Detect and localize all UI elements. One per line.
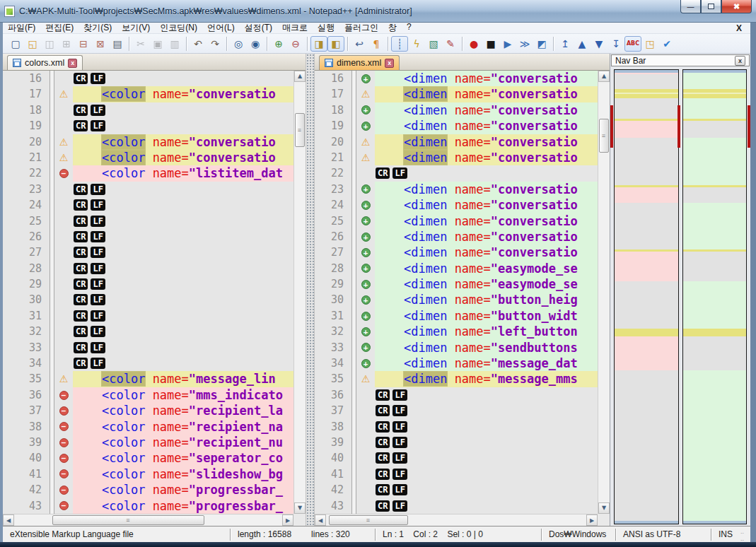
line-text[interactable]: CRLF xyxy=(73,324,293,339)
menu-item-e[interactable]: 편집(E) xyxy=(40,22,78,34)
editor-line[interactable]: 34CRLF xyxy=(3,355,293,371)
line-text[interactable]: CRLF xyxy=(73,102,293,118)
line-text[interactable]: CRLF xyxy=(73,245,293,260)
editor-line[interactable]: 17⚠ <color name="conversatio xyxy=(3,86,293,102)
menu-item-?[interactable]: ? xyxy=(402,22,417,34)
line-text[interactable]: <dimen name="conversatio xyxy=(375,150,598,165)
editor-line[interactable]: 33CRLF xyxy=(3,340,293,355)
plugin-link-button[interactable]: ◳ xyxy=(641,36,658,52)
line-text[interactable]: <dimen name="conversatio xyxy=(375,86,598,102)
minimize-button[interactable]: — xyxy=(680,0,701,13)
editor-line[interactable]: 38CRLF xyxy=(315,419,598,435)
nav-map-dimens-xml[interactable] xyxy=(682,69,748,524)
line-text[interactable]: <dimen name="left_button xyxy=(375,324,598,339)
last-diff-button[interactable]: ↧ xyxy=(607,36,624,52)
redo-button[interactable]: ↷ xyxy=(207,36,223,52)
line-text[interactable]: CRLF xyxy=(73,340,293,355)
line-text[interactable]: CRLF xyxy=(73,261,293,276)
vertical-scrollbar-right[interactable]: ▲ ≡ ▼ xyxy=(598,71,610,514)
tab-dimens-xml[interactable]: dimens.xml x xyxy=(319,55,400,70)
line-text[interactable]: CRLF xyxy=(375,450,598,466)
line-text[interactable]: <color name="conversatio xyxy=(73,150,293,165)
editor-line[interactable]: 19CRLF xyxy=(3,118,293,134)
find-button[interactable]: ◎ xyxy=(230,36,247,52)
editor-line[interactable]: 43− <color name="progressbar_ xyxy=(3,498,293,514)
editor-line[interactable]: 32CRLF xyxy=(3,324,293,339)
line-text[interactable]: CRLF xyxy=(375,466,598,482)
editor-line[interactable]: 32+ <dimen name="left_button xyxy=(315,324,598,339)
next-diff-button[interactable]: ▼ xyxy=(591,36,607,52)
show-all-characters-button[interactable]: ¶ xyxy=(368,36,385,52)
line-text[interactable]: <dimen name="button_heig xyxy=(375,292,598,307)
line-text[interactable]: <color name="conversatio xyxy=(73,86,293,102)
editor-line[interactable]: 22CRLF xyxy=(315,165,598,181)
editor-line[interactable]: 37CRLF xyxy=(315,403,598,418)
scroll-thumb[interactable]: ≡ xyxy=(329,515,408,525)
editor-line[interactable]: 26+ <dimen name="conversatio xyxy=(315,229,598,245)
menu-item-f[interactable]: 파일(F) xyxy=(3,22,40,34)
editor-content-right[interactable]: 16+ <dimen name="conversatio17⚠ <dimen n… xyxy=(315,71,598,514)
editor-line[interactable]: 20⚠ <dimen name="conversatio xyxy=(315,134,598,150)
line-text[interactable]: CRLF xyxy=(375,403,598,418)
spell-check-button[interactable]: ✔ xyxy=(658,36,675,52)
editor-line[interactable]: 23+ <dimen name="conversatio xyxy=(315,182,598,197)
editor-line[interactable]: 42− <color name="progressbar_ xyxy=(3,482,293,498)
resize-grip[interactable]: .... xyxy=(740,528,750,542)
line-text[interactable]: <color name="mms_indicato xyxy=(73,387,293,403)
prev-diff-button[interactable]: ▲ xyxy=(574,36,591,52)
line-text[interactable]: <color name="conversatio xyxy=(73,134,293,150)
editor-line[interactable]: 30+ <dimen name="button_heig xyxy=(315,292,598,307)
editor-line[interactable]: 35⚠ <color name="message_lin xyxy=(3,371,293,387)
scroll-down-icon[interactable]: ▼ xyxy=(294,502,306,514)
editor-line[interactable]: 39− <color name="recipient_nu xyxy=(3,435,293,450)
editor-line[interactable]: 27CRLF xyxy=(3,245,293,260)
editor-line[interactable]: 26CRLF xyxy=(3,229,293,245)
macro-run-multiple-button[interactable]: ≫ xyxy=(516,36,533,52)
editor-line[interactable]: 42CRLF xyxy=(315,482,598,498)
line-text[interactable]: CRLF xyxy=(73,213,293,229)
editor-line[interactable]: 18+ <dimen name="conversatio xyxy=(315,102,598,118)
editor-content-left[interactable]: 16CRLF17⚠ <color name="conversatio18CRLF… xyxy=(3,71,293,514)
editor-line[interactable]: 30CRLF xyxy=(3,292,293,307)
editor-line[interactable]: 39CRLF xyxy=(315,435,598,450)
macro-record-button[interactable]: ● xyxy=(465,36,482,52)
editor-line[interactable]: 41− <color name="slideshow_bg xyxy=(3,466,293,482)
line-text[interactable]: CRLF xyxy=(73,276,293,292)
close-all-button[interactable]: ⊠ xyxy=(92,36,109,52)
editor-line[interactable]: 28CRLF xyxy=(3,261,293,276)
line-text[interactable]: <dimen name="conversatio xyxy=(375,182,598,197)
close-button[interactable]: ✖ xyxy=(721,0,752,13)
scroll-up-icon[interactable]: ▲ xyxy=(598,71,610,82)
editor-line[interactable]: 31CRLF xyxy=(3,308,293,324)
editor-line[interactable]: 20⚠ <color name="conversatio xyxy=(3,134,293,150)
scroll-left-icon[interactable]: ◀ xyxy=(315,514,326,526)
line-text[interactable]: <dimen name="sendbuttons xyxy=(375,340,598,355)
macro-save-button[interactable]: ◩ xyxy=(533,36,550,52)
line-text[interactable]: <color name="recipient_la xyxy=(73,403,293,418)
line-text[interactable]: CRLF xyxy=(375,435,598,450)
indent-guide-button[interactable]: ┊ xyxy=(391,36,408,52)
line-text[interactable]: CRLF xyxy=(73,308,293,324)
line-text[interactable]: <color name="listitem_dat xyxy=(73,165,293,181)
line-text[interactable]: <dimen name="easymode_se xyxy=(375,276,598,292)
scroll-thumb[interactable]: ≡ xyxy=(52,515,204,525)
line-text[interactable]: <dimen name="conversatio xyxy=(375,134,598,150)
menu-item-n[interactable]: 인코딩(N) xyxy=(155,22,202,34)
line-text[interactable]: <dimen name="conversatio xyxy=(375,118,598,134)
editor-line[interactable]: 40CRLF xyxy=(315,450,598,466)
zoom-in-button[interactable]: ⊕ xyxy=(270,36,287,52)
line-text[interactable]: CRLF xyxy=(375,387,598,403)
line-text[interactable]: <color name="progressbar_ xyxy=(73,482,293,498)
tab-close-icon[interactable]: x xyxy=(68,59,77,68)
editor-line[interactable]: 28+ <dimen name="easymode_se xyxy=(315,261,598,276)
scroll-left-icon[interactable]: ◀ xyxy=(3,514,14,526)
tab-colors-xml[interactable]: colors.xml x xyxy=(7,55,83,70)
menu-item-s[interactable]: 찾기(S) xyxy=(78,22,117,34)
nav-bar-toggle-button[interactable]: ABC xyxy=(624,36,641,52)
horizontal-scrollbar-right[interactable]: ◀ ≡ ▶ xyxy=(315,514,598,526)
macro-stop-button[interactable]: ■ xyxy=(482,36,499,52)
new-file-button[interactable]: ▢ xyxy=(7,36,24,52)
editor-line[interactable]: 38− <color name="recipient_na xyxy=(3,419,293,435)
scroll-thumb[interactable]: ≡ xyxy=(599,119,609,153)
editor-line[interactable]: 21⚠ <color name="conversatio xyxy=(3,150,293,165)
